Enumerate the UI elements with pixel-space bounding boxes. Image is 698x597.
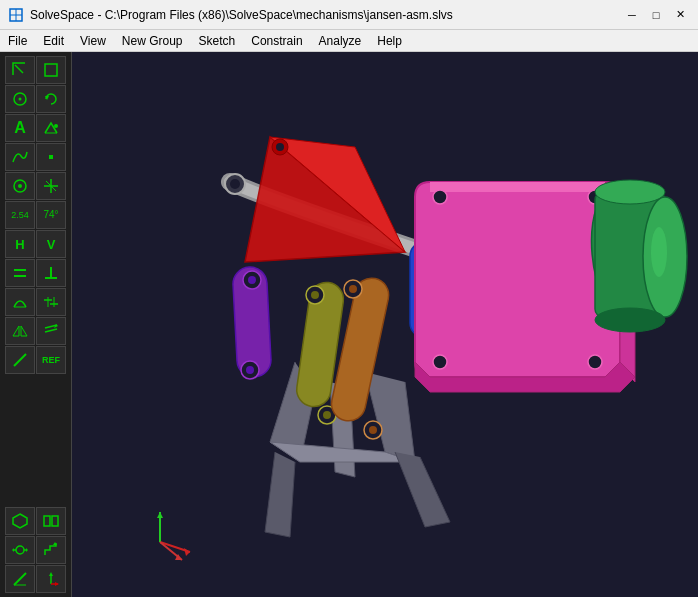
tool-axis[interactable] <box>36 565 66 593</box>
svg-point-61 <box>323 411 331 419</box>
svg-line-3 <box>15 65 23 73</box>
svg-rect-4 <box>45 64 57 76</box>
svg-marker-42 <box>49 572 53 576</box>
tool-rotate[interactable] <box>36 85 66 113</box>
toolbar-row-8 <box>2 259 69 287</box>
tool-rectangle[interactable] <box>36 56 66 84</box>
svg-point-59 <box>311 291 319 299</box>
svg-line-30 <box>14 354 26 366</box>
scene-svg <box>72 52 698 597</box>
menu-analyze[interactable]: Analyze <box>311 30 370 51</box>
toolbar-row-4 <box>2 143 69 171</box>
svg-point-74 <box>433 355 447 369</box>
menu-constrain[interactable]: Constrain <box>243 30 310 51</box>
menu-edit[interactable]: Edit <box>35 30 72 51</box>
minimize-button[interactable]: ─ <box>622 5 642 25</box>
tool-mirror[interactable] <box>5 317 35 345</box>
tool-dim-angle[interactable]: 74° <box>36 201 66 229</box>
menu-bar: File Edit View New Group Sketch Constrai… <box>0 30 698 52</box>
svg-point-47 <box>230 179 240 189</box>
viewport[interactable] <box>72 52 698 597</box>
tool-parallel[interactable] <box>5 259 35 287</box>
svg-point-12 <box>18 184 22 188</box>
toolbar-row-bottom-1 <box>2 507 69 535</box>
close-button[interactable]: ✕ <box>670 5 690 25</box>
tool-diagonal[interactable] <box>5 346 35 374</box>
svg-point-56 <box>246 366 254 374</box>
tool-split[interactable] <box>36 172 66 200</box>
svg-point-75 <box>588 355 602 369</box>
tool-ref[interactable]: REF <box>36 346 66 374</box>
tool-vert[interactable]: V <box>36 230 66 258</box>
svg-point-66 <box>369 426 377 434</box>
toolbar-row-5 <box>2 172 69 200</box>
toolbar-row-10 <box>2 317 69 345</box>
toolbar-row-6: 2.54 74° <box>2 201 69 229</box>
tool-sketch-line[interactable] <box>5 56 35 84</box>
tool-point[interactable] <box>36 143 66 171</box>
svg-point-79 <box>651 227 667 277</box>
menu-file[interactable]: File <box>0 30 35 51</box>
svg-line-39 <box>14 573 26 585</box>
toolbar-row-7: H V <box>2 230 69 258</box>
main-area: A 2.54 74° <box>0 52 698 597</box>
menu-view[interactable]: View <box>72 30 114 51</box>
purple-link <box>232 266 272 379</box>
svg-point-54 <box>248 276 256 284</box>
svg-marker-37 <box>26 548 28 552</box>
tool-perpendicular[interactable] <box>36 259 66 287</box>
toolbar-row-11: REF <box>2 346 69 374</box>
tool-dim-length[interactable]: 2.54 <box>5 201 35 229</box>
tool-slash[interactable] <box>5 565 35 593</box>
tool-text[interactable]: A <box>5 114 35 142</box>
tool-arc[interactable] <box>36 114 66 142</box>
svg-point-72 <box>433 190 447 204</box>
tool-spline[interactable] <box>5 143 35 171</box>
tool-array[interactable] <box>36 317 66 345</box>
left-toolbar: A 2.54 74° <box>0 52 72 597</box>
app-icon <box>8 7 24 23</box>
svg-rect-10 <box>49 155 53 159</box>
toolbar-row-2 <box>2 85 69 113</box>
toolbar-row-9 <box>2 288 69 316</box>
title-bar-controls: ─ □ ✕ <box>622 5 690 25</box>
svg-marker-26 <box>21 326 27 336</box>
svg-point-51 <box>276 143 284 151</box>
maximize-button[interactable]: □ <box>646 5 666 25</box>
svg-rect-31 <box>44 516 50 526</box>
tool-tangent[interactable] <box>5 288 35 316</box>
svg-point-9 <box>54 124 58 128</box>
svg-rect-32 <box>52 516 58 526</box>
tool-horiz[interactable]: H <box>5 230 35 258</box>
tool-equal[interactable] <box>36 288 66 316</box>
svg-point-81 <box>595 308 665 332</box>
tool-3d-view[interactable] <box>5 507 35 535</box>
title-bar: SolveSpace - C:\Program Files (x86)\Solv… <box>0 0 698 30</box>
tool-unfold[interactable] <box>36 507 66 535</box>
green-cylinder <box>586 180 687 332</box>
tool-measure[interactable] <box>5 536 35 564</box>
tool-datum-point[interactable] <box>5 172 35 200</box>
tool-circle[interactable] <box>5 85 35 113</box>
svg-marker-36 <box>12 548 14 552</box>
menu-sketch[interactable]: Sketch <box>191 30 244 51</box>
svg-point-80 <box>595 180 665 204</box>
tool-step[interactable] <box>36 536 66 564</box>
svg-marker-25 <box>13 326 19 336</box>
window-title: SolveSpace - C:\Program Files (x86)\Solv… <box>30 8 453 22</box>
title-bar-left: SolveSpace - C:\Program Files (x86)\Solv… <box>8 7 453 23</box>
svg-point-6 <box>19 98 22 101</box>
toolbar-row-bottom-3 <box>2 565 69 593</box>
toolbar-row-bottom-2 <box>2 536 69 564</box>
svg-point-64 <box>349 285 357 293</box>
toolbar-row-1 <box>2 56 69 84</box>
toolbar-row-3: A <box>2 114 69 142</box>
svg-marker-44 <box>55 582 59 586</box>
svg-line-28 <box>45 329 57 332</box>
menu-new-group[interactable]: New Group <box>114 30 191 51</box>
menu-help[interactable]: Help <box>369 30 410 51</box>
svg-point-33 <box>16 546 24 554</box>
